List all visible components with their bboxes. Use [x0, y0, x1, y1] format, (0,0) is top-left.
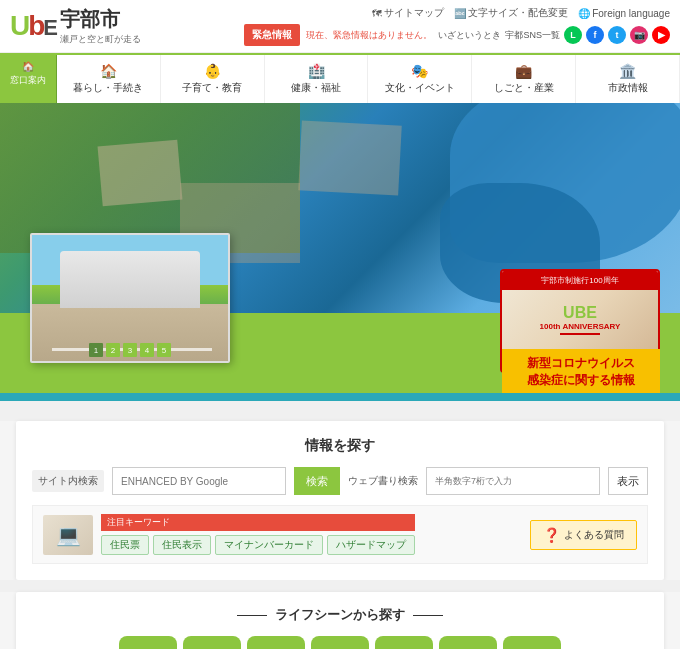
social-icons: L f t 📷 ▶: [564, 26, 670, 44]
madoguchi-label: 窓口案内: [10, 74, 46, 87]
nav-bar: 🏠 窓口案内 🏠 暮らし・手続き 👶 子育て・教育 🏥 健康・福祉 🎭 文化・イ…: [0, 53, 680, 103]
nav-item-health[interactable]: 🏥 健康・福祉: [265, 55, 369, 103]
corona-banner[interactable]: 新型コロナウイルス感染症に関する情報: [502, 349, 660, 393]
site-search-row: サイト内検索 検索 ウェブ書り検索 表示: [32, 467, 648, 495]
web-search-input[interactable]: [426, 467, 600, 495]
hero-section: 1 2 3 4 5 宇部市制施行100周年 UBE 100th ANNIVERS…: [0, 103, 680, 393]
site-search-label: サイト内検索: [32, 470, 104, 492]
keyword-label: 注目キーワード: [101, 514, 415, 531]
header: UbE 宇部市 瀬戸と空と町が走る 🗺 サイトマップ 🔤 文字サイズ・配色変更 …: [0, 0, 680, 53]
search-section: 情報を探す サイト内検索 検索 ウェブ書り検索 表示 💻 注目キーワード 住民票…: [16, 421, 664, 580]
foreign-link[interactable]: 🌐 Foreign language: [578, 6, 670, 20]
header-actions: 緊急情報 現在、緊急情報はありません。 いざというとき 宇都SNS一覧 L f …: [244, 24, 670, 46]
scene-nursing[interactable]: ♿ 介護: [439, 636, 497, 649]
marriage-icon-bg: 👫: [311, 636, 369, 649]
logo-text: 宇部市 瀬戸と空と町が走る: [60, 6, 141, 46]
logo-box: UbE 宇部市 瀬戸と空と町が走る: [10, 6, 141, 46]
nav-item-child[interactable]: 👶 子育て・教育: [161, 55, 265, 103]
nav-item-life[interactable]: 🏠 暮らし・手続き: [57, 55, 161, 103]
logo-area: UbE 宇部市 瀬戸と空と町が走る: [10, 6, 141, 46]
nav-item-city[interactable]: 🏛️ 市政情報: [576, 55, 680, 103]
anni-image: UBE 100th ANNIVERSARY: [502, 290, 658, 350]
header-right: 🗺 サイトマップ 🔤 文字サイズ・配色変更 🌐 Foreign language…: [244, 6, 670, 46]
keyword-tag-0[interactable]: 住民票: [101, 535, 149, 555]
work-icon: 💼: [515, 63, 532, 79]
facebook-icon[interactable]: f: [586, 26, 604, 44]
twitter-icon[interactable]: t: [608, 26, 626, 44]
pregnancy-icon-bg: 👶: [119, 636, 177, 649]
site-search-button[interactable]: 検索: [294, 467, 340, 495]
scene-pregnancy[interactable]: 👶 妊娠・出産: [119, 636, 177, 649]
corona-text: 新型コロナウイルス感染症に関する情報: [508, 355, 654, 389]
search-title: 情報を探す: [32, 437, 648, 455]
life-scenes-grid: 👶 妊娠・出産 🚶 入園・入学 💼 就職・転職 👫 結婚・離婚 🏠 引っ越し ♿…: [32, 636, 648, 649]
funeral-icon-bg: 🕊️: [503, 636, 561, 649]
page-4[interactable]: 4: [140, 343, 154, 357]
keyword-tag-1[interactable]: 住民表示: [153, 535, 211, 555]
madoguchi-nav-item[interactable]: 🏠 窓口案内: [0, 55, 57, 103]
page-5[interactable]: 5: [157, 343, 171, 357]
moving-icon-bg: 🏠: [375, 636, 433, 649]
keyword-tag-3[interactable]: ハザードマップ: [327, 535, 415, 555]
nav-item-culture[interactable]: 🎭 文化・イベント: [368, 55, 472, 103]
anni-logo-sub: 100th ANNIVERSARY: [540, 322, 621, 331]
scene-work[interactable]: 💼 就職・転職: [247, 636, 305, 649]
font-icon: 🔤: [454, 8, 466, 19]
city-block-1: [98, 140, 183, 207]
life-scenes-title: ライフシーンから探す: [32, 606, 648, 624]
font-size-link[interactable]: 🔤 文字サイズ・配色変更: [454, 6, 568, 20]
keyword-row: 💻 注目キーワード 住民票 住民表示 マイナンバーカード ハザードマップ ❓ よ…: [32, 505, 648, 564]
sns-list-label: 宇都SNS一覧: [505, 29, 560, 42]
faq-button[interactable]: ❓ よくある質問: [530, 520, 637, 550]
city-icon: 🏛️: [619, 63, 636, 79]
gap-1: [0, 401, 680, 421]
life-scenes-section: ライフシーンから探す 👶 妊娠・出産 🚶 入園・入学 💼 就職・転職 👫 結婚・…: [16, 592, 664, 649]
building-card: 1 2 3 4 5: [30, 233, 230, 363]
header-top-links: 🗺 サイトマップ 🔤 文字サイズ・配色変更 🌐 Foreign language: [372, 6, 670, 20]
city-sub: 瀬戸と空と町が走る: [60, 33, 141, 46]
building-shape: [60, 251, 200, 311]
page-1[interactable]: 1: [89, 343, 103, 357]
site-search-input[interactable]: [112, 467, 286, 495]
nav-item-work[interactable]: 💼 しごと・産業: [472, 55, 576, 103]
keyword-tags: 住民票 住民表示 マイナンバーカード ハザードマップ: [101, 535, 415, 555]
instagram-icon[interactable]: 📷: [630, 26, 648, 44]
scene-funeral[interactable]: 🕊️ おくやみ: [503, 636, 561, 649]
child-icon: 👶: [204, 63, 221, 79]
sns-label: いざというとき: [438, 29, 501, 42]
keyword-image: 💻: [43, 515, 93, 555]
emergency-info: 現在、緊急情報はありません。: [306, 29, 432, 42]
anni-logo-main: UBE: [540, 304, 621, 322]
sitemap-icon: 🗺: [372, 8, 382, 19]
globe-icon: 🌐: [578, 8, 590, 19]
gap-2: [0, 580, 680, 592]
scene-moving[interactable]: 🏠 引っ越し: [375, 636, 433, 649]
nursing-icon-bg: ♿: [439, 636, 497, 649]
anni-line: [560, 333, 600, 335]
home-icon: 🏠: [22, 61, 34, 72]
web-search-button[interactable]: 表示: [608, 467, 648, 495]
health-icon: 🏥: [308, 63, 325, 79]
city-block-3: [298, 120, 402, 195]
city-name: 宇部市: [60, 6, 141, 33]
anni-header: 宇部市制施行100周年: [502, 271, 658, 290]
sitemap-link[interactable]: 🗺 サイトマップ: [372, 6, 444, 20]
page-2[interactable]: 2: [106, 343, 120, 357]
youtube-icon[interactable]: ▶: [652, 26, 670, 44]
scene-enrollment[interactable]: 🚶 入園・入学: [183, 636, 241, 649]
culture-icon: 🎭: [411, 63, 428, 79]
emergency-button[interactable]: 緊急情報: [244, 24, 300, 46]
scene-marriage[interactable]: 👫 結婚・離婚: [311, 636, 369, 649]
pc-icon: 💻: [56, 523, 81, 547]
life-icon: 🏠: [100, 63, 117, 79]
line-icon[interactable]: L: [564, 26, 582, 44]
keyword-tag-2[interactable]: マイナンバーカード: [215, 535, 323, 555]
nav-items: 🏠 暮らし・手続き 👶 子育て・教育 🏥 健康・福祉 🎭 文化・イベント 💼 し…: [57, 55, 680, 103]
web-search-label: ウェブ書り検索: [348, 474, 418, 488]
faq-icon: ❓: [543, 527, 560, 543]
page-3[interactable]: 3: [123, 343, 137, 357]
logo-ube: UbE: [10, 12, 56, 40]
sns-area: いざというとき 宇都SNS一覧 L f t 📷 ▶: [438, 26, 670, 44]
work-icon-bg: 💼: [247, 636, 305, 649]
enrollment-icon-bg: 🚶: [183, 636, 241, 649]
